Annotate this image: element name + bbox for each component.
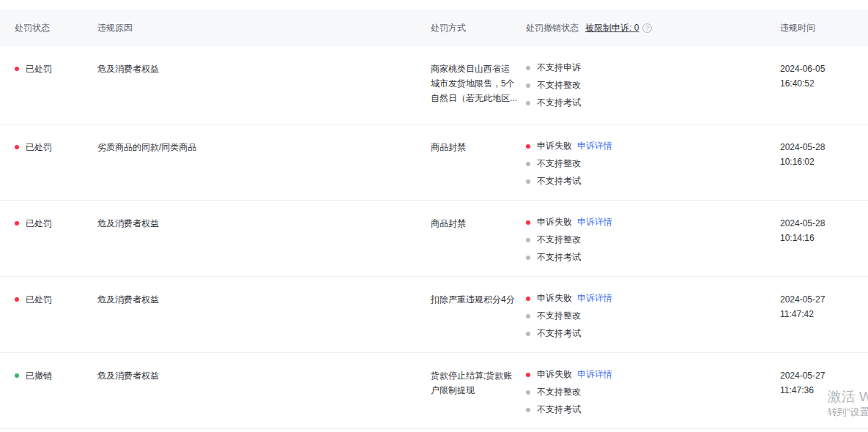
header-revoke-status: 处罚撤销状态 被限制申诉: 0 ? xyxy=(526,22,780,34)
penalty-method-cell: 扣除严重违规积分4分 xyxy=(431,277,526,352)
status-label: 已处罚 xyxy=(26,62,52,76)
header-penalty-method: 处罚方式 xyxy=(431,22,526,34)
bullet-icon xyxy=(526,332,530,336)
revoke-item: 不支持整改 xyxy=(526,386,771,398)
restricted-appeal-link[interactable]: 被限制申诉: 0 xyxy=(585,22,639,34)
violation-reason-cell: 危及消费者权益 xyxy=(97,277,431,352)
bullet-icon xyxy=(526,179,530,184)
table-body: 已处罚 危及消费者权益 商家桃类目山西省运城市发货地限售，5个自然日（若无此地区… xyxy=(0,46,868,429)
violation-time-cell: 2024-05-27 11:47:42 xyxy=(780,277,868,352)
revoke-item: 不支持考试 xyxy=(526,251,771,264)
violation-reason-cell: 劣质商品的同款/同类商品 xyxy=(97,124,431,200)
violation-date: 2024-05-27 xyxy=(780,292,859,307)
revoke-status-cell: 申诉失败 申诉详情 不支持整改 不支持考试 xyxy=(526,201,780,276)
revoke-status-cell: 申诉失败 申诉详情 不支持整改 不支持考试 xyxy=(526,277,780,352)
revoke-item-text: 不支持整改 xyxy=(537,386,581,398)
revoke-item-text: 不支持考试 xyxy=(537,327,581,340)
status-label: 已处罚 xyxy=(26,292,52,307)
table-row: 已处罚 劣质商品的同款/同类商品 商品封禁 申诉失败 申诉详情 不支持整改 不支… xyxy=(0,124,868,201)
header-violation-reason: 违规原因 xyxy=(97,22,431,34)
violation-date: 2024-05-28 xyxy=(780,216,859,231)
table-row: 已处罚 危及消费者权益 商家桃类目山西省运城市发货地限售，5个自然日（若无此地区… xyxy=(0,46,868,124)
revoke-item-text: 申诉失败 xyxy=(537,292,572,305)
penalty-method-cell: 商品封禁 xyxy=(431,124,526,200)
revoke-item: 申诉失败 申诉详情 xyxy=(526,140,771,152)
status-label: 已处罚 xyxy=(26,140,52,154)
appeal-detail-link[interactable]: 申诉详情 xyxy=(577,368,612,381)
revoke-item: 不支持考试 xyxy=(526,97,771,109)
penalty-status-cell: 已处罚 xyxy=(15,201,97,276)
status-dot-icon xyxy=(15,221,19,226)
violation-clock: 11:47:42 xyxy=(780,307,859,321)
bullet-icon xyxy=(526,66,530,70)
help-circle-icon[interactable]: ? xyxy=(642,23,652,33)
bullet-icon xyxy=(526,314,530,319)
violation-clock: 11:47:36 xyxy=(780,383,859,398)
header-penalty-status: 处罚状态 xyxy=(15,22,97,34)
bullet-icon xyxy=(526,297,530,301)
revoke-item-text: 不支持考试 xyxy=(537,251,581,264)
bullet-icon xyxy=(526,220,530,225)
bullet-icon xyxy=(526,83,530,88)
penalty-method-cell: 商品封禁 xyxy=(431,201,526,276)
revoke-item: 不支持考试 xyxy=(526,327,771,340)
violation-time-cell: 2024-05-28 10:14:16 xyxy=(780,201,868,276)
bullet-icon xyxy=(526,256,530,260)
revoke-item-text: 不支持整改 xyxy=(537,157,581,170)
table-row: 已处罚 危及消费者权益 扣除严重违规积分4分 申诉失败 申诉详情 不支持整改 不… xyxy=(0,277,868,353)
top-spacer xyxy=(0,0,868,10)
violation-time-cell: 2024-05-28 10:16:02 xyxy=(780,124,868,200)
status-label: 已处罚 xyxy=(26,216,52,231)
appeal-detail-link[interactable]: 申诉详情 xyxy=(577,292,612,305)
revoke-item-text: 不支持考试 xyxy=(537,175,581,187)
status-dot-icon xyxy=(15,373,19,378)
revoke-item: 不支持整改 xyxy=(526,234,771,246)
revoke-item: 申诉失败 申诉详情 xyxy=(526,292,771,305)
violation-clock: 10:14:16 xyxy=(780,231,859,245)
penalty-status-cell: 已撤销 xyxy=(15,353,97,428)
violation-reason-cell: 危及消费者权益 xyxy=(97,201,431,276)
revoke-item-text: 申诉失败 xyxy=(537,140,572,152)
penalty-status-cell: 已处罚 xyxy=(15,277,97,352)
revoke-item: 不支持整改 xyxy=(526,310,771,322)
bullet-icon xyxy=(526,101,530,105)
bullet-icon xyxy=(526,238,530,242)
revoke-item: 不支持整改 xyxy=(526,157,771,170)
bullet-icon xyxy=(526,373,530,377)
table-header: 处罚状态 违规原因 处罚方式 处罚撤销状态 被限制申诉: 0 ? 违规时间 xyxy=(0,10,868,46)
revoke-item: 不支持考试 xyxy=(526,403,771,416)
violation-date: 2024-05-27 xyxy=(780,368,859,383)
header-violation-time: 违规时间 xyxy=(780,22,868,34)
appeal-detail-link[interactable]: 申诉详情 xyxy=(577,216,612,228)
appeal-detail-link[interactable]: 申诉详情 xyxy=(577,140,612,152)
status-dot-icon xyxy=(15,67,19,71)
revoke-item: 申诉失败 申诉详情 xyxy=(526,216,771,228)
revoke-item-text: 不支持考试 xyxy=(537,403,581,416)
penalty-status-cell: 已处罚 xyxy=(15,124,97,200)
penalty-method-cell: 商家桃类目山西省运城市发货地限售，5个自然日（若无此地区... xyxy=(431,46,526,124)
revoke-item-text: 申诉失败 xyxy=(537,216,572,228)
bullet-icon xyxy=(526,144,530,149)
violation-date: 2024-05-28 xyxy=(780,140,859,154)
revoke-status-cell: 申诉失败 申诉详情 不支持整改 不支持考试 xyxy=(526,353,780,428)
bullet-icon xyxy=(526,162,530,166)
status-dot-icon xyxy=(15,297,19,302)
violation-time-cell: 2024-05-27 11:47:36 xyxy=(780,353,868,428)
violation-clock: 10:16:02 xyxy=(780,154,859,169)
violation-clock: 16:40:52 xyxy=(780,76,859,91)
revoke-item: 申诉失败 申诉详情 xyxy=(526,368,771,381)
violation-reason-cell: 危及消费者权益 xyxy=(97,46,431,124)
penalty-method-cell: 货款停止结算;货款账户限制提现 xyxy=(431,353,526,428)
revoke-item: 不支持申诉 xyxy=(526,62,771,74)
revoke-item: 不支持整改 xyxy=(526,79,771,92)
revoke-item: 不支持考试 xyxy=(526,175,771,187)
revoke-item-text: 申诉失败 xyxy=(537,368,572,381)
status-label: 已撤销 xyxy=(26,368,52,383)
revoke-item-text: 不支持考试 xyxy=(537,97,581,109)
revoke-item-text: 不支持整改 xyxy=(537,310,581,322)
status-dot-icon xyxy=(15,145,19,149)
violation-date: 2024-06-05 xyxy=(780,62,859,76)
penalty-status-cell: 已处罚 xyxy=(15,46,97,124)
revoke-item-text: 不支持申诉 xyxy=(537,62,581,74)
revoke-status-label: 处罚撤销状态 xyxy=(526,22,579,34)
